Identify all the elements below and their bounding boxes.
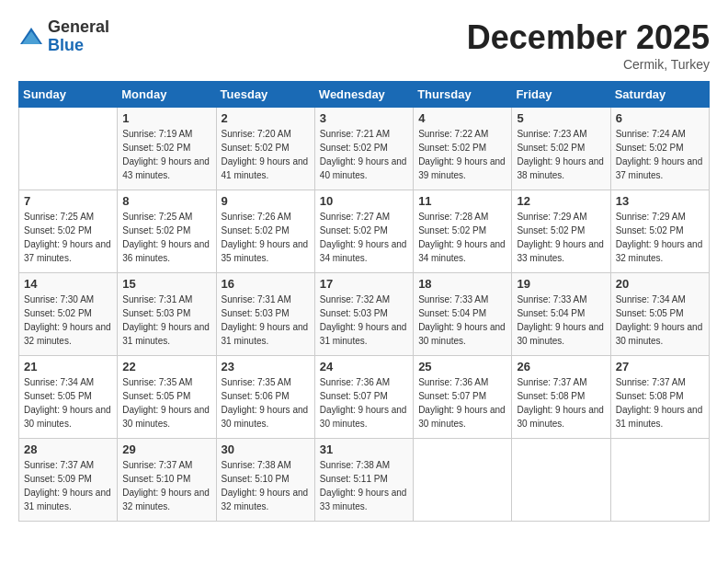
day-number: 24 [320, 360, 408, 373]
calendar-cell [610, 439, 709, 522]
logo-blue-text: Blue [48, 37, 109, 55]
day-info: Sunrise: 7:35 AMSunset: 5:05 PMDaylight:… [122, 377, 210, 429]
calendar-cell: 21 Sunrise: 7:34 AMSunset: 5:05 PMDaylig… [19, 356, 118, 439]
calendar-cell: 16 Sunrise: 7:31 AMSunset: 5:03 PMDaylig… [216, 273, 314, 356]
day-info: Sunrise: 7:35 AMSunset: 5:06 PMDaylight:… [222, 377, 309, 429]
day-number: 27 [616, 360, 704, 373]
day-info: Sunrise: 7:36 AMSunset: 5:07 PMDaylight:… [418, 377, 506, 429]
day-info: Sunrise: 7:27 AMSunset: 5:02 PMDaylight:… [320, 212, 407, 263]
calendar-week-row: 28 Sunrise: 7:37 AMSunset: 5:09 PMDaylig… [19, 439, 710, 522]
day-number: 3 [320, 111, 408, 125]
day-number: 31 [320, 442, 408, 456]
day-number: 17 [320, 277, 408, 291]
day-info: Sunrise: 7:25 AMSunset: 5:02 PMDaylight:… [24, 212, 111, 263]
calendar-cell: 27 Sunrise: 7:37 AMSunset: 5:08 PMDaylig… [610, 356, 709, 439]
day-info: Sunrise: 7:38 AMSunset: 5:10 PMDaylight:… [222, 460, 309, 511]
day-info: Sunrise: 7:20 AMSunset: 5:02 PMDaylight:… [222, 129, 309, 180]
day-number: 5 [517, 111, 605, 125]
calendar-cell: 5 Sunrise: 7:23 AMSunset: 5:02 PMDayligh… [512, 108, 610, 190]
day-number: 25 [418, 360, 506, 373]
day-info: Sunrise: 7:29 AMSunset: 5:02 PMDaylight:… [517, 212, 604, 263]
logo-icon [18, 24, 44, 50]
calendar-cell [19, 108, 118, 190]
day-number: 11 [418, 194, 506, 208]
day-number: 30 [222, 442, 310, 456]
column-header-monday: Monday [118, 82, 216, 108]
column-header-sunday: Sunday [19, 82, 118, 108]
day-number: 1 [122, 111, 210, 125]
day-info: Sunrise: 7:21 AMSunset: 5:02 PMDaylight:… [320, 129, 407, 180]
calendar-cell: 9 Sunrise: 7:26 AMSunset: 5:02 PMDayligh… [216, 190, 314, 273]
calendar-cell: 14 Sunrise: 7:30 AMSunset: 5:02 PMDaylig… [19, 273, 118, 356]
calendar-cell: 20 Sunrise: 7:34 AMSunset: 5:05 PMDaylig… [610, 273, 709, 356]
calendar-week-row: 7 Sunrise: 7:25 AMSunset: 5:02 PMDayligh… [19, 190, 710, 273]
calendar-cell: 31 Sunrise: 7:38 AMSunset: 5:11 PMDaylig… [314, 439, 413, 522]
calendar-cell [414, 439, 512, 522]
calendar-cell [512, 439, 610, 522]
calendar-cell: 30 Sunrise: 7:38 AMSunset: 5:10 PMDaylig… [216, 439, 314, 522]
day-number: 6 [616, 111, 704, 125]
day-info: Sunrise: 7:34 AMSunset: 5:05 PMDaylight:… [24, 377, 111, 429]
day-info: Sunrise: 7:25 AMSunset: 5:02 PMDaylight:… [122, 212, 210, 263]
day-number: 2 [222, 111, 310, 125]
day-info: Sunrise: 7:30 AMSunset: 5:02 PMDaylight:… [24, 294, 111, 346]
calendar-cell: 26 Sunrise: 7:37 AMSunset: 5:08 PMDaylig… [512, 356, 610, 439]
day-info: Sunrise: 7:28 AMSunset: 5:02 PMDaylight:… [418, 212, 506, 263]
day-info: Sunrise: 7:33 AMSunset: 5:04 PMDaylight:… [418, 294, 506, 346]
day-number: 7 [24, 194, 112, 208]
day-number: 15 [122, 277, 210, 291]
calendar-cell: 12 Sunrise: 7:29 AMSunset: 5:02 PMDaylig… [512, 190, 610, 273]
day-info: Sunrise: 7:38 AMSunset: 5:11 PMDaylight:… [320, 460, 407, 511]
day-number: 18 [418, 277, 506, 291]
month-title: December 2025 [467, 18, 710, 57]
day-info: Sunrise: 7:37 AMSunset: 5:08 PMDaylight:… [616, 377, 703, 429]
day-number: 9 [222, 194, 310, 208]
day-number: 8 [122, 194, 210, 208]
calendar-cell: 18 Sunrise: 7:33 AMSunset: 5:04 PMDaylig… [414, 273, 512, 356]
column-header-saturday: Saturday [610, 82, 709, 108]
calendar-cell: 10 Sunrise: 7:27 AMSunset: 5:02 PMDaylig… [314, 190, 413, 273]
day-info: Sunrise: 7:24 AMSunset: 5:02 PMDaylight:… [616, 129, 703, 180]
column-header-tuesday: Tuesday [216, 82, 314, 108]
day-info: Sunrise: 7:26 AMSunset: 5:02 PMDaylight:… [222, 212, 309, 263]
logo: General Blue [18, 18, 109, 55]
title-block: December 2025 Cermik, Turkey [467, 18, 710, 72]
calendar-cell: 17 Sunrise: 7:32 AMSunset: 5:03 PMDaylig… [314, 273, 413, 356]
day-number: 10 [320, 194, 408, 208]
day-info: Sunrise: 7:36 AMSunset: 5:07 PMDaylight:… [320, 377, 407, 429]
location: Cermik, Turkey [467, 57, 710, 72]
calendar-cell: 19 Sunrise: 7:33 AMSunset: 5:04 PMDaylig… [512, 273, 610, 356]
day-info: Sunrise: 7:32 AMSunset: 5:03 PMDaylight:… [320, 294, 407, 346]
calendar-cell: 8 Sunrise: 7:25 AMSunset: 5:02 PMDayligh… [118, 190, 216, 273]
column-header-wednesday: Wednesday [314, 82, 413, 108]
column-header-thursday: Thursday [414, 82, 512, 108]
day-info: Sunrise: 7:29 AMSunset: 5:02 PMDaylight:… [616, 212, 703, 263]
calendar-cell: 4 Sunrise: 7:22 AMSunset: 5:02 PMDayligh… [414, 108, 512, 190]
page-header: General Blue December 2025 Cermik, Turke… [18, 18, 710, 72]
calendar-cell: 13 Sunrise: 7:29 AMSunset: 5:02 PMDaylig… [610, 190, 709, 273]
column-header-friday: Friday [512, 82, 610, 108]
calendar-week-row: 21 Sunrise: 7:34 AMSunset: 5:05 PMDaylig… [19, 356, 710, 439]
calendar-cell: 15 Sunrise: 7:31 AMSunset: 5:03 PMDaylig… [118, 273, 216, 356]
day-number: 14 [24, 277, 112, 291]
day-number: 21 [24, 360, 112, 373]
day-number: 20 [616, 277, 704, 291]
day-number: 4 [418, 111, 506, 125]
calendar-cell: 3 Sunrise: 7:21 AMSunset: 5:02 PMDayligh… [314, 108, 413, 190]
day-number: 16 [222, 277, 310, 291]
calendar-cell: 2 Sunrise: 7:20 AMSunset: 5:02 PMDayligh… [216, 108, 314, 190]
day-info: Sunrise: 7:31 AMSunset: 5:03 PMDaylight:… [222, 294, 309, 346]
day-info: Sunrise: 7:19 AMSunset: 5:02 PMDaylight:… [122, 129, 210, 180]
calendar-cell: 25 Sunrise: 7:36 AMSunset: 5:07 PMDaylig… [414, 356, 512, 439]
day-info: Sunrise: 7:37 AMSunset: 5:08 PMDaylight:… [517, 377, 604, 429]
logo-general-text: General [48, 18, 109, 37]
day-number: 26 [517, 360, 605, 373]
day-number: 22 [122, 360, 210, 373]
calendar-cell: 6 Sunrise: 7:24 AMSunset: 5:02 PMDayligh… [610, 108, 709, 190]
calendar-cell: 24 Sunrise: 7:36 AMSunset: 5:07 PMDaylig… [314, 356, 413, 439]
calendar-cell: 29 Sunrise: 7:37 AMSunset: 5:10 PMDaylig… [118, 439, 216, 522]
day-number: 12 [517, 194, 605, 208]
logo-text: General Blue [48, 18, 109, 55]
day-info: Sunrise: 7:37 AMSunset: 5:10 PMDaylight:… [122, 460, 210, 511]
calendar-week-row: 1 Sunrise: 7:19 AMSunset: 5:02 PMDayligh… [19, 108, 710, 190]
